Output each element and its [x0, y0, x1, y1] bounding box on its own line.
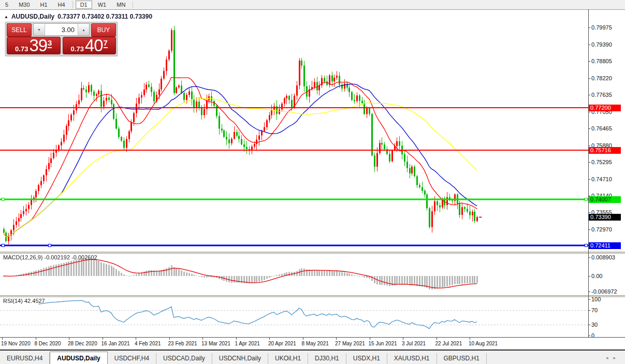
buy-price-pip: 7	[104, 38, 108, 48]
chart-symbol-label: AUDUSD,Daily	[11, 13, 54, 20]
chart-tab-dj30-h1[interactable]: DJ30,H1	[308, 353, 346, 364]
axis-tick	[588, 179, 590, 180]
timeframe-button-h1[interactable]: H1	[36, 1, 52, 9]
axis-tick-label: 30	[591, 322, 598, 328]
axis-tick	[588, 145, 590, 146]
line-handle[interactable]	[585, 244, 588, 247]
axis-tick-label: 0.77635	[591, 92, 612, 98]
price-level-badge: 0.73390	[589, 214, 621, 221]
timeframe-button-d1[interactable]: D1	[76, 1, 92, 9]
timeframe-button-h4[interactable]: H4	[53, 1, 70, 9]
line-handle[interactable]	[2, 198, 5, 201]
macd-name: MACD(12,26,9)	[3, 254, 42, 260]
date-axis-tick	[370, 338, 370, 340]
axis-tick-label: -0.006972	[591, 288, 617, 295]
toolbar-separator	[133, 1, 133, 8]
chart-tab-usdchf-h4[interactable]: USDCHF,H4	[108, 353, 156, 364]
date-axis-tick	[36, 338, 36, 340]
axis-tick-label: 0.78220	[591, 75, 612, 81]
date-axis-label: 1 Apr 2021	[235, 341, 260, 346]
date-axis-tick	[202, 338, 203, 340]
trading-terminal-window: 5M30H1H4D1W1MN ▲ AUDUSD,Daily 0.73377 0.…	[0, 0, 625, 364]
date-axis-tick	[169, 338, 170, 340]
buy-price-tile[interactable]: 0.73 40 7	[63, 37, 117, 54]
price-level-badge: 0.75716	[589, 147, 621, 154]
axis-tick-label: 0.79975	[591, 24, 612, 31]
sell-price-prefix: 0.73	[15, 45, 28, 53]
timeframe-button-5[interactable]: 5	[1, 1, 13, 9]
chart-tab-usdx-h1[interactable]: USDX,H1	[346, 353, 387, 364]
date-axis-tick	[2, 338, 3, 340]
axis-tick	[588, 128, 590, 129]
date-axis-label: 22 Jul 2021	[435, 341, 462, 346]
chart-tab-eurusd-h4[interactable]: EURUSD,H4	[0, 353, 50, 364]
date-axis-label: 28 Dec 2020	[68, 341, 97, 346]
down-arrow-icon: ▾	[38, 27, 40, 32]
price-level-badge: 0.74007	[589, 196, 621, 203]
price-level-badge: 0.72411	[589, 242, 621, 249]
axis-tick-label: 0.76465	[591, 125, 612, 132]
date-axis-tick	[136, 338, 136, 340]
line-handle[interactable]	[585, 198, 588, 201]
sell-price-big: 39	[29, 38, 47, 53]
toolbar-separator	[72, 1, 73, 8]
axis-tick	[588, 212, 590, 213]
date-axis-tick	[403, 338, 403, 340]
tab-scroll-left-icon[interactable]: ◂	[606, 355, 614, 360]
chart-tab-usdcad-daily[interactable]: USDCAD,Daily	[156, 353, 212, 364]
axis-tick	[588, 325, 590, 325]
rsi-indicator-canvas[interactable]	[0, 296, 588, 337]
volume-decrease-button[interactable]: ▾	[34, 24, 45, 35]
tab-scroll-right-icon[interactable]: ▸	[613, 355, 621, 360]
date-axis-label: 4 Feb 2021	[135, 341, 161, 346]
axis-tick-label: 100	[591, 296, 601, 302]
chart-tab-bar: EURUSD,H4AUDUSD,DailyUSDCHF,H4USDCAD,Dai…	[0, 350, 625, 364]
timeframe-button-w1[interactable]: W1	[93, 1, 111, 9]
date-axis-label: 8 May 2021	[302, 341, 329, 346]
sell-price-pip: 3	[48, 38, 52, 48]
chart-tab-audusd-daily[interactable]: AUDUSD,Daily	[50, 352, 107, 364]
date-axis-tick	[103, 338, 103, 340]
one-click-trade-panel: SELL ▾ 3.00 ▴ BUY 0.73 39 3 0.73 40 7	[5, 22, 118, 56]
timeframe-toolbar: 5M30H1H4D1W1MN	[0, 0, 625, 10]
chart-tab-usdcnh-daily[interactable]: USDCNH,Daily	[212, 353, 268, 364]
line-handle[interactable]	[2, 244, 5, 247]
rsi-name: RSI(14)	[3, 298, 23, 304]
chart-ohlc-values: 0.73377 0.73402 0.73311 0.73390	[57, 13, 152, 20]
collapse-triangle-icon[interactable]: ▲	[4, 14, 8, 19]
axis-tick	[588, 45, 590, 45]
date-axis-tick	[236, 338, 237, 340]
axis-tick-label: 0.00	[591, 273, 602, 279]
date-axis-tick	[336, 338, 337, 340]
tab-scroll-arrows[interactable]: ◂▸	[606, 355, 621, 360]
axis-tick	[588, 292, 590, 292]
volume-spinner: ▾ 3.00 ▴	[33, 23, 90, 36]
axis-tick	[588, 257, 590, 258]
date-axis-tick	[303, 338, 303, 340]
date-axis-label: 8 Dec 2020	[35, 341, 61, 346]
chart-tab-ukoil-h1[interactable]: UKOil,H1	[268, 353, 308, 364]
chart-tab-gbpusd-h1[interactable]: GBPUSD,H1	[437, 353, 487, 364]
volume-input[interactable]: 3.00	[45, 24, 78, 35]
date-axis-label: 19 Nov 2020	[1, 341, 31, 346]
date-axis-tick	[437, 338, 437, 340]
macd-label: MACD(12,26,9) -0.002192 -0.002602	[3, 254, 97, 260]
date-axis-label: 16 Jan 2021	[101, 341, 130, 346]
timeframe-button-m30[interactable]: M30	[14, 1, 34, 9]
buy-price-prefix: 0.73	[71, 45, 84, 53]
axis-tick-label: 0.75295	[591, 159, 612, 165]
volume-increase-button[interactable]: ▴	[78, 24, 89, 35]
date-axis-tick	[69, 338, 69, 340]
date-axis-label: 10 Aug 2021	[469, 341, 498, 346]
sell-price-tile[interactable]: 0.73 39 3	[7, 37, 61, 54]
axis-tick	[588, 276, 590, 276]
timeframe-button-mn[interactable]: MN	[112, 1, 130, 9]
price-level-badge: 0.77200	[589, 105, 621, 111]
macd-values: -0.002192 -0.002602	[44, 254, 97, 260]
axis-tick	[588, 61, 590, 62]
buy-button[interactable]: BUY	[91, 23, 116, 37]
line-handle[interactable]	[48, 244, 51, 247]
sell-button[interactable]: SELL	[7, 23, 32, 37]
chart-tab-xauusd-h1[interactable]: XAUUSD,H1	[387, 353, 437, 364]
axis-tick-label: 70	[591, 307, 598, 313]
